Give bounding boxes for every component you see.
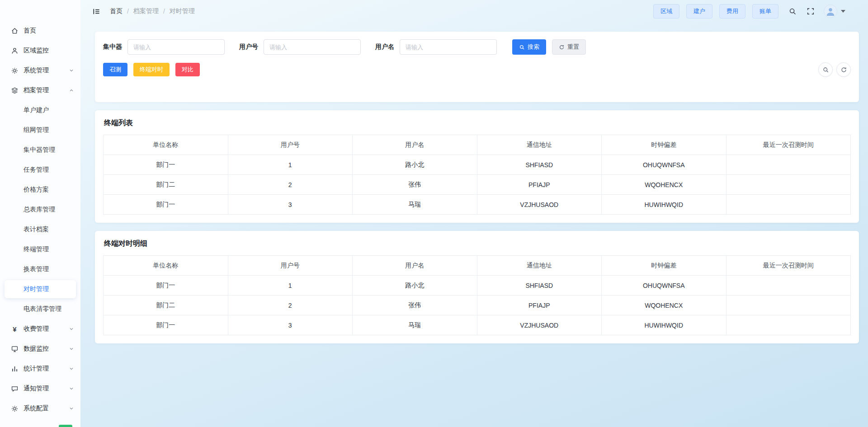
field-user-no: 用户号 [239,39,361,55]
sidebar-item-label: 统计管理 [24,365,69,373]
terminal-time-sync-button[interactable]: 终端对时 [133,63,170,76]
quick-link-fee-button[interactable]: 费用 [719,4,745,19]
cell-last-call-time [726,175,851,195]
sidebar-item-meter-archive[interactable]: 表计档案 [0,220,80,239]
table-row: 部门一 1 路小北 SHFIASD OHUQWNFSA [104,155,851,175]
chevron-down-icon [69,406,74,411]
sidebar-subitem-label: 总表库管理 [24,206,55,214]
sidebar-subitem-label: 任务管理 [24,166,49,174]
user-name-input[interactable] [400,39,497,55]
breadcrumb: 首页 / 档案管理 / 对时管理 [110,7,195,15]
search-icon[interactable] [788,7,797,15]
terminal-list-title: 终端列表 [104,118,851,128]
reset-button[interactable]: 重置 [552,39,586,55]
cell-clock-offset: HUWIHWQID [602,315,726,335]
sidebar-item-fee-mgmt[interactable]: ¥ 收费管理 [0,319,80,339]
sidebar-item-task-mgmt[interactable]: 任务管理 [0,160,80,180]
breadcrumb-home[interactable]: 首页 [110,7,123,15]
cell-user-no: 3 [228,195,353,215]
table-row: 部门二 2 张伟 PFIAJP WQOHENCX [104,175,851,195]
breadcrumb-archive[interactable]: 档案管理 [133,7,159,15]
sidebar-item-area-monitor[interactable]: 区域监控 [0,41,80,61]
sidebar: 首页 区域监控 系统管理 档案管理 [0,0,80,427]
table-header-row: 单位名称 用户号 用户名 通信地址 时钟偏差 最近一次召测时间 [104,135,851,155]
quick-link-area-button[interactable]: 区域 [653,4,679,19]
sidebar-item-price-plan[interactable]: 价格方案 [0,180,80,200]
cell-user-name: 路小北 [353,155,477,175]
cell-user-no: 3 [228,315,353,335]
col-comm-address: 通信地址 [477,135,602,155]
sidebar-item-label: 通知管理 [24,385,69,393]
sync-circle-button[interactable] [836,62,851,77]
col-unit-name: 单位名称 [104,135,228,155]
fullscreen-icon[interactable] [807,7,815,15]
menu-collapse-icon[interactable] [92,7,101,16]
user-no-input[interactable] [264,39,361,55]
reset-button-label: 重置 [567,43,579,51]
table-row: 部门二 2 张伟 PFIAJP WQOHENCX [104,296,851,315]
cell-last-call-time [726,195,851,215]
concentrator-input[interactable] [127,39,225,55]
sidebar-item-system-config[interactable]: 系统配置 [0,399,80,418]
col-user-no: 用户号 [228,256,353,276]
col-last-call-time: 最近一次召测时间 [726,135,851,155]
sidebar-item-meter-reset-mgmt[interactable]: 电表清零管理 [0,299,80,319]
cell-unit-name: 部门一 [104,276,228,296]
quick-link-bill-button[interactable]: 账单 [752,4,778,19]
cell-user-no: 1 [228,155,353,175]
sync-detail-title: 终端对时明细 [104,239,851,249]
sidebar-item-meter-swap-mgmt[interactable]: 换表管理 [0,259,80,279]
user-avatar-icon[interactable] [824,5,837,18]
col-clock-offset: 时钟偏差 [602,135,726,155]
config-gear-icon [11,405,19,413]
caret-down-icon[interactable] [841,10,845,13]
sync-detail-card: 终端对时明细 单位名称 用户号 用户名 通信地址 时钟偏差 最近一次召测时间 部… [95,231,859,343]
col-user-no: 用户号 [228,135,353,155]
sidebar-item-system-mgmt[interactable]: 系统管理 [0,61,80,80]
filter-row: 集中器 用户号 用户名 搜索 [103,39,851,55]
chevron-down-icon [69,386,74,391]
refresh-icon [559,44,565,50]
sidebar-item-home[interactable]: 首页 [0,21,80,41]
quick-link-jianhu-button[interactable]: 建户 [686,4,712,19]
field-concentrator-label: 集中器 [103,43,122,51]
cell-user-no: 2 [228,175,353,195]
sidebar-subitem-label: 单户建户 [24,106,49,114]
gear-icon [11,67,19,75]
col-clock-offset: 时钟偏差 [602,256,726,276]
cell-unit-name: 部门一 [104,155,228,175]
cell-comm-address: PFIAJP [477,175,602,195]
sidebar-subitem-label: 表计档案 [24,225,49,234]
sidebar-subitem-label: 组网管理 [24,126,49,134]
magnifier-circle-button[interactable] [818,62,833,77]
sidebar-submenu-archive: 单户建户 组网管理 集中器管理 任务管理 价格方案 总表库管理 表计档案 终端管… [0,100,80,319]
sidebar-item-stats-mgmt[interactable]: 统计管理 [0,359,80,379]
cell-comm-address: SHFIASD [477,155,602,175]
sidebar-item-danhu-jianhu[interactable]: 单户建户 [0,100,80,120]
yen-icon: ¥ [11,325,19,333]
sidebar-item-terminal-mgmt[interactable]: 终端管理 [0,239,80,259]
search-button[interactable]: 搜索 [512,39,546,55]
chevron-down-icon [69,326,74,332]
sidebar-item-label: 区域监控 [24,47,74,55]
sidebar-item-time-sync-mgmt-active[interactable]: 对时管理 [5,280,76,298]
sidebar-item-data-monitor[interactable]: 数据监控 [0,339,80,359]
sidebar-item-zuwang-mgmt[interactable]: 组网管理 [0,120,80,140]
sidebar-item-concentrator-mgmt[interactable]: 集中器管理 [0,140,80,160]
home-icon [11,27,19,35]
col-last-call-time: 最近一次召测时间 [726,256,851,276]
cell-unit-name: 部门二 [104,296,228,315]
search-button-label: 搜索 [528,43,539,51]
sidebar-item-label: 档案管理 [24,86,69,94]
sidebar-item-archive-mgmt[interactable]: 档案管理 [0,80,80,100]
sidebar-subitem-label: 价格方案 [24,186,49,194]
cell-clock-offset: OHUQWNFSA [602,155,726,175]
search-icon [519,44,525,50]
cell-user-no: 1 [228,276,353,296]
call-test-button[interactable]: 召测 [103,63,127,76]
sidebar-item-master-meter-lib[interactable]: 总表库管理 [0,200,80,220]
sidebar-item-notice-mgmt[interactable]: 通知管理 [0,379,80,399]
sidebar-item-label: 首页 [24,27,74,35]
cell-user-no: 2 [228,296,353,315]
compare-button[interactable]: 对比 [175,63,200,76]
